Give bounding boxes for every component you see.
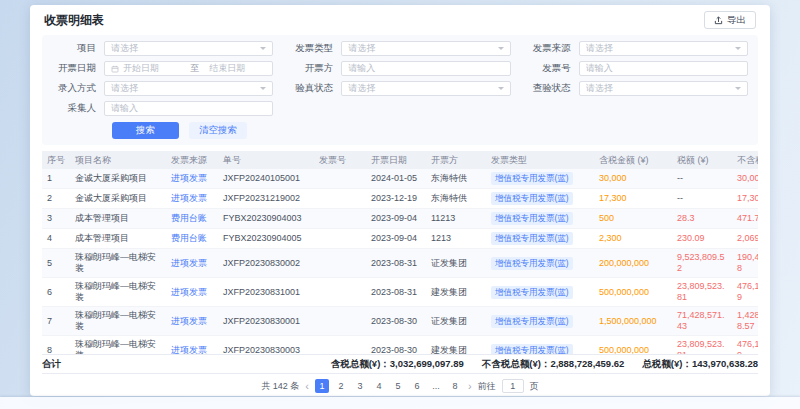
page-button-3[interactable]: 3: [353, 379, 367, 393]
table-row: 3成本管理项目费用台账FYBX202309040032023-09-041121…: [42, 209, 758, 229]
page-buttons: 123456...8: [315, 379, 462, 393]
issuer-input[interactable]: 请输入: [341, 61, 510, 76]
search-button[interactable]: 搜索: [112, 122, 179, 139]
chevron-down-icon: [735, 47, 741, 50]
jump-suffix-label: 页: [530, 380, 539, 393]
issuer-label: 开票方: [289, 62, 341, 75]
cell-tax: 71,428,571.43: [672, 307, 732, 336]
column-header-type: 发票类型: [486, 151, 594, 169]
invoice-table: 序号项目名称发票来源单号发票号开票日期开票方发票类型含税金额 (¥)税额 (¥)…: [42, 151, 758, 354]
cell-tax: 230.09: [672, 229, 732, 249]
summary-total: 总税额(¥)：143,970,638.28: [642, 358, 758, 371]
column-header-issuer: 开票方: [426, 151, 486, 169]
export-button[interactable]: 导出: [704, 11, 756, 29]
cell-type: 增值税专用发票(蓝): [486, 209, 594, 229]
check-status-placeholder: 请选择: [586, 82, 731, 95]
next-page-button[interactable]: ›: [468, 379, 472, 393]
column-header-invoice_no: 发票号: [314, 151, 366, 169]
chevron-down-icon: [735, 87, 741, 90]
cell-source[interactable]: 进项发票: [166, 189, 218, 209]
total-count: 共 142 条: [261, 380, 299, 393]
column-header-net: 不含税金额 (¥): [732, 151, 758, 169]
filter-grid: 项目 请选择 发票类型 请选择 发票来源 请选择: [52, 41, 748, 116]
cell-source[interactable]: 费用台账: [166, 209, 218, 229]
chevron-down-icon: [498, 87, 504, 90]
cell-project: 金诚大厦采购项目: [70, 189, 166, 209]
invoice-table-grid: 序号项目名称发票来源单号发票号开票日期开票方发票类型含税金额 (¥)税额 (¥)…: [42, 151, 758, 354]
app-window: 收票明细表 导出 项目 请选择 发票类型 请选择: [30, 5, 770, 396]
cell-project: 成本管理项目: [70, 209, 166, 229]
cell-date: 2023-09-04: [366, 209, 426, 229]
cell-tax: --: [672, 169, 732, 189]
table-row: 6珠穆朗玛峰—电梯安装进项发票JXFP202308310012023-08-31…: [42, 278, 758, 307]
cell-index: 3: [42, 209, 70, 229]
cell-source[interactable]: 进项发票: [166, 169, 218, 189]
cell-source[interactable]: 进项发票: [166, 249, 218, 278]
cell-amount: 500,000,000: [594, 278, 672, 307]
cell-amount: 1,500,000,000: [594, 307, 672, 336]
invoice-source-select[interactable]: 请选择: [579, 41, 748, 56]
cell-order_no: JXFP20230830001: [218, 307, 314, 336]
cell-index: 1: [42, 169, 70, 189]
cell-issuer: 11213: [426, 209, 486, 229]
cell-source[interactable]: 进项发票: [166, 307, 218, 336]
cell-invoice_no: [314, 336, 366, 355]
cell-date: 2023-08-30: [366, 336, 426, 355]
cell-project: 珠穆朗玛峰—电梯安装: [70, 249, 166, 278]
page-button-5[interactable]: 5: [391, 379, 405, 393]
cell-invoice_no: [314, 307, 366, 336]
pagination: 共 142 条 ‹ 123456...8 › 前往 页: [30, 376, 770, 396]
invoice-no-input[interactable]: 请输入: [579, 61, 748, 76]
cell-project: 金诚大厦采购项目: [70, 169, 166, 189]
cell-index: 7: [42, 307, 70, 336]
cell-invoice_no: [314, 209, 366, 229]
card-header: 收票明细表 导出: [30, 5, 770, 33]
cell-source[interactable]: 进项发票: [166, 336, 218, 355]
column-header-amount: 含税金额 (¥): [594, 151, 672, 169]
table-row: 2金诚大厦采购项目进项发票JXFP202312190022023-12-19东海…: [42, 189, 758, 209]
filter-field-collector: 采集人 请输入: [52, 101, 273, 116]
project-label: 项目: [52, 42, 104, 55]
cell-order_no: JXFP20231219002: [218, 189, 314, 209]
cell-issuer: 证发集团: [426, 307, 486, 336]
cell-source[interactable]: 进项发票: [166, 278, 218, 307]
page-button-4[interactable]: 4: [372, 379, 386, 393]
cell-issuer: 东海特供: [426, 169, 486, 189]
page-button-6[interactable]: 6: [410, 379, 424, 393]
invoice-source-placeholder: 请选择: [586, 42, 731, 55]
date-range-separator: 至: [184, 62, 205, 75]
column-header-source: 发票来源: [166, 151, 218, 169]
collector-input[interactable]: 请输入: [104, 101, 273, 116]
cell-amount: 2,300: [594, 229, 672, 249]
column-header-tax: 税额 (¥): [672, 151, 732, 169]
invoice-type-select[interactable]: 请选择: [341, 41, 510, 56]
page-button-2[interactable]: 2: [334, 379, 348, 393]
prev-page-button[interactable]: ‹: [305, 379, 309, 393]
cell-type: 增值税专用发票(蓝): [486, 169, 594, 189]
invoice-type-label: 发票类型: [289, 42, 341, 55]
invoice-type-tag: 增值税专用发票(蓝): [491, 286, 573, 299]
page-button-8[interactable]: 8: [448, 379, 462, 393]
invoice-date-range-picker[interactable]: 开始日期 至 结束日期: [104, 61, 273, 76]
cell-date: 2023-08-31: [366, 278, 426, 307]
page-jump-input[interactable]: [502, 379, 524, 393]
entry-method-select[interactable]: 请选择: [104, 81, 273, 96]
project-select[interactable]: 请选择: [104, 41, 273, 56]
cell-order_no: JXFP20230831001: [218, 278, 314, 307]
cell-project: 成本管理项目: [70, 229, 166, 249]
cell-source[interactable]: 费用台账: [166, 229, 218, 249]
column-header-project: 项目名称: [70, 151, 166, 169]
check-status-select[interactable]: 请选择: [579, 81, 748, 96]
invoice-type-tag: 增值税专用发票(蓝): [491, 315, 573, 328]
desktop-background: { "page": {"title": "收票明细表", "export_lab…: [0, 0, 800, 409]
column-header-index: 序号: [42, 151, 70, 169]
filter-field-project: 项目 请选择: [52, 41, 273, 56]
calendar-icon: [111, 65, 119, 73]
chevron-down-icon: [260, 87, 266, 90]
clear-search-button[interactable]: 清空搜索: [189, 122, 247, 139]
invoice-type-tag: 增值税专用发票(蓝): [491, 257, 573, 270]
cell-invoice_no: [314, 189, 366, 209]
verify-status-select[interactable]: 请选择: [341, 81, 510, 96]
page-button-1[interactable]: 1: [315, 379, 329, 393]
cell-net: 476,190,476.19: [732, 278, 758, 307]
